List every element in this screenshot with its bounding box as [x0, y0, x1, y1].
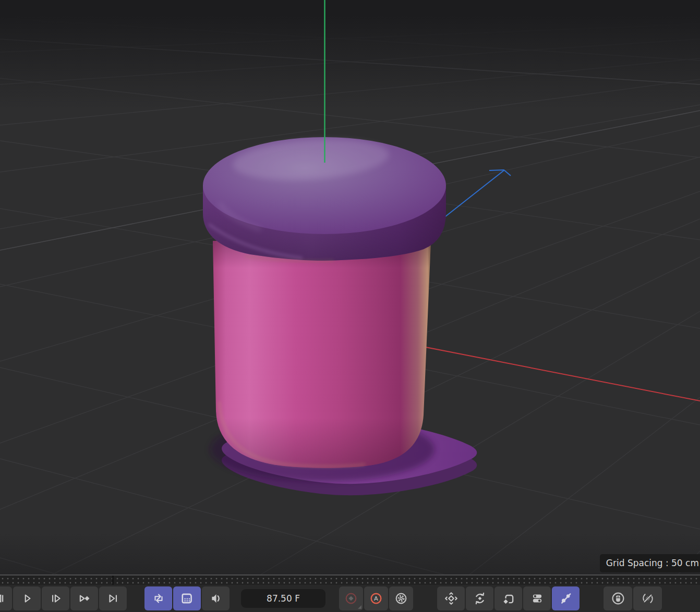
key-translate-icon: [444, 592, 458, 605]
orbit-off-icon: [641, 592, 655, 605]
playback-toolbar: 87.50 F A: [0, 585, 700, 612]
svg-text:A: A: [374, 595, 378, 602]
mouse-input-button[interactable]: [604, 586, 632, 610]
next-frame-icon: [49, 592, 63, 605]
current-frame-value: 87.50 F: [267, 593, 300, 604]
ghosts-off-icon: [559, 592, 573, 605]
playhead-marker[interactable]: [112, 576, 114, 585]
playback-options-group: [144, 586, 230, 610]
key-offset-button[interactable]: [494, 586, 522, 610]
jump-to-next-keyframe-button[interactable]: [70, 586, 98, 610]
playblast-preview-button[interactable]: [173, 586, 201, 610]
horizon-band: [0, 0, 700, 109]
mouse-icon: [611, 592, 625, 605]
record-icon: [344, 592, 358, 605]
transport-group: [0, 586, 127, 610]
grid-spacing-tooltip: Grid Spacing : 50 cm: [600, 554, 700, 572]
play-icon: [20, 592, 34, 605]
key-rotate-icon: [473, 592, 487, 605]
jump-end-icon: [106, 592, 120, 605]
current-frame-field[interactable]: 87.50 F: [241, 589, 325, 608]
input-mode-group: [604, 586, 662, 610]
speaker-icon: [209, 592, 223, 605]
timeline-scrub-strip[interactable]: [0, 574, 700, 585]
jar-body[interactable]: [213, 241, 431, 468]
dropdown-notch: [358, 605, 361, 609]
play-button[interactable]: [13, 586, 41, 610]
audio-toggle-button[interactable]: [202, 586, 230, 610]
keying-mode-group: A: [339, 586, 413, 610]
orbit-disabled-button[interactable]: [633, 586, 662, 610]
autokey-icon: A: [369, 592, 383, 605]
viewport-3d[interactable]: Grid Spacing : 50 cm: [0, 0, 700, 574]
play-next-frame-button[interactable]: [42, 586, 69, 610]
key-translate-button[interactable]: [437, 586, 465, 610]
frame-tick-dots: [0, 577, 700, 585]
interpolation-toggles-button[interactable]: [523, 586, 551, 610]
film-icon: [180, 592, 194, 605]
loop-playback-button[interactable]: [144, 586, 172, 610]
viewport-scene: [0, 0, 700, 574]
jump-to-previous-keyframe-button[interactable]: [0, 586, 12, 610]
grid-spacing-label: Grid Spacing : 50 cm: [606, 558, 699, 568]
bottom-vignette: [0, 533, 700, 574]
toggles-icon: [530, 592, 544, 605]
key-offset-icon: [502, 592, 515, 605]
key-rotate-button[interactable]: [466, 586, 493, 610]
gear-icon: [394, 592, 408, 605]
keying-settings-button[interactable]: [389, 586, 413, 610]
prev-keyframe-icon: [0, 592, 5, 605]
animation-app-window: Grid Spacing : 50 cm: [0, 0, 700, 612]
jump-to-end-button[interactable]: [99, 586, 127, 610]
key-tools-group: [437, 586, 580, 610]
next-keyframe-icon: [78, 592, 91, 605]
record-keyframes-button[interactable]: [339, 586, 363, 610]
ghosts-disabled-button[interactable]: [552, 586, 580, 610]
loop-icon: [152, 592, 165, 605]
auto-keying-button[interactable]: A: [364, 586, 388, 610]
